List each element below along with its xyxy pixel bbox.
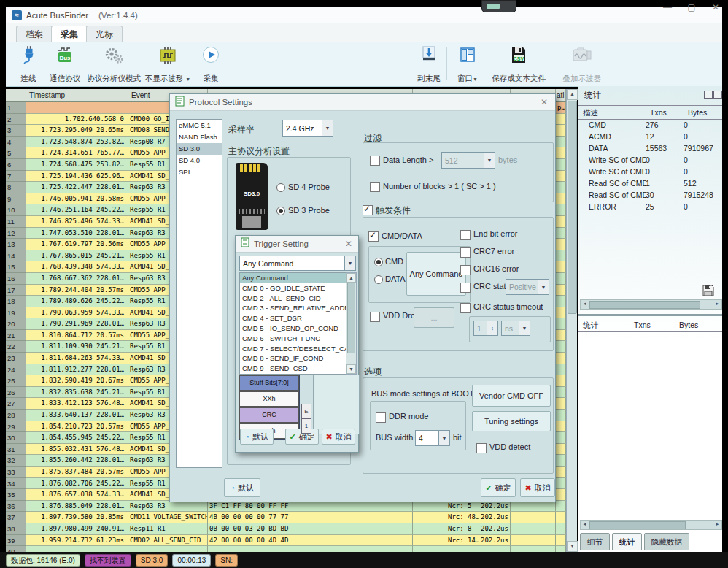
close-button[interactable]: ✕ [706,2,725,12]
scrollbar-thumb[interactable] [568,101,577,314]
protocol-cancel-button[interactable]: ✖ 取消 [520,478,555,497]
protocol-item-SD 3.0[interactable]: SD 3.0 [177,143,222,155]
panel-menu-icon[interactable] [713,91,722,99]
protocol-item-eMMC 5.1[interactable]: eMMC 5.1 [177,120,222,131]
trigger-cancel-button[interactable]: ✖ 取消 [322,429,355,445]
trigger-default-button[interactable]: ◔ 默认 [240,429,274,445]
byte-field[interactable]: CRC [239,407,299,423]
sd3-probe-radio[interactable] [276,207,285,215]
protocol-badge: SD 3.0 [136,554,169,567]
save-stats-icon[interactable] [702,285,714,299]
minimize-button[interactable]: — [658,2,677,12]
capture-button[interactable]: 采集 [195,45,226,85]
command-item[interactable]: CMD 2 - ALL_SEND_CID [240,293,346,304]
device-screen-icon [487,4,500,9]
command-item[interactable]: CMD 7 - SELECT/DESELECT_CARD [240,344,346,354]
crc-status-checkbox[interactable] [460,283,471,293]
table-row[interactable]: 381.897.980.499 240.91…Resp11 R10B 00 00… [6,523,566,535]
ddr-mode-checkbox[interactable] [376,412,386,423]
protocol-item-SPI[interactable]: SPI [177,166,222,178]
vdd-detect-checkbox[interactable] [476,443,487,453]
col-last-partial[interactable]: ati [556,89,566,101]
cmd-radio[interactable] [374,258,383,266]
byte-side-cell[interactable]: E [301,404,311,419]
gears-icon [104,46,124,68]
pin-panel-icon[interactable] [704,91,713,99]
panel-tab-细节[interactable]: 细节 [580,533,610,550]
tab-采集[interactable]: 采集 [51,26,88,43]
command-item[interactable]: Any Command [240,273,346,283]
protocol-item-NAND Flash[interactable]: NAND Flash [177,131,222,143]
tab-档案[interactable]: 档案 [16,26,53,43]
table-row[interactable]: 361.876.885.049 228.01…Resp63 R33F C1 FF… [6,501,566,513]
table-row[interactable]: 391.959.214.732 61.23msCMD02 ALL_SEND_CI… [6,535,566,547]
stats2-horizontal-scrollbar[interactable]: ◄ ► [580,520,722,530]
data-radio[interactable] [374,275,383,284]
sample-rate-select[interactable]: 2.4 GHz ▼ [282,120,333,137]
close-dialog-icon[interactable]: ✕ [342,238,355,250]
protocol-list[interactable]: eMMC 5.1NAND FlashSD 3.0SD 4.0SPI [176,119,222,468]
protocol-default-button[interactable]: ◔ 默认 [224,478,260,497]
analyzer-mode-button[interactable]: 协议分析仪模式 [85,45,143,85]
save-text-file-button[interactable]: CSV 保存成文本文件 [484,45,553,85]
command-combobox[interactable]: Any Command ▼ [239,256,356,271]
panel-tab-隐藏数据[interactable]: 隐藏数据 [644,533,689,550]
command-list[interactable]: Any CommandCMD 0 - GO_IDLE_STATECMD 2 - … [239,272,347,375]
dialog-title-bar[interactable]: Protocol Settings [170,94,555,111]
table-row[interactable]: 40 [6,546,566,552]
vdd-drop-checkbox[interactable] [370,312,380,322]
crc16-error-checkbox[interactable] [460,265,471,275]
command-item[interactable]: CMD 8 - SEND_IF_COND [240,353,346,364]
tuning-settings-button[interactable]: Tuning settings [472,411,551,431]
table-vertical-scrollbar[interactable]: ▲ ▼ [566,89,577,552]
dialog-title-bar[interactable]: Trigger Setting [236,236,358,253]
crc-timeout-checkbox[interactable] [460,303,471,313]
command-item[interactable]: CMD 9 - SEND_CSD [240,364,346,374]
maximize-button[interactable]: ▢ [682,2,701,12]
command-item[interactable]: CMD 6 - SWITCH_FUNC [240,334,346,344]
bus-protocol-button[interactable]: Bus 通信协议 [44,45,86,85]
scroll-left-icon[interactable]: ◄ [581,300,589,308]
protocol-ok-button[interactable]: ✔ 确定 [481,478,516,497]
command-item[interactable]: CMD 0 - GO_IDLE_STATE [240,283,346,293]
scroll-down-icon[interactable]: ▼ [567,541,578,552]
byte-side-cell[interactable]: 1 [301,418,311,434]
command-list-scrollbar[interactable]: ▲ ▼ [346,272,357,375]
data-length-checkbox[interactable] [370,156,380,166]
dropdown-arrow-icon[interactable]: ▼ [322,120,333,136]
byte-field[interactable]: Stuff Bits[7:0] [239,375,299,391]
tab-光标[interactable]: 光标 [86,26,123,43]
hide-waveform-button[interactable]: 不显示波形 ▼ [142,45,194,85]
scroll-left-icon[interactable]: ◄ [581,521,589,529]
cmd-data-checkbox[interactable] [368,231,379,242]
stats-horizontal-scrollbar[interactable]: ◄ ► [580,299,722,310]
bus-width-select[interactable]: 4 ▼ [415,430,450,446]
scroll-up-icon[interactable]: ▲ [346,273,356,283]
any-command-button[interactable]: Any Command [406,252,466,296]
dropdown-arrow-icon[interactable]: ▼ [344,256,355,270]
command-item[interactable]: CMD 4 - SET_DSR [240,313,346,323]
command-item[interactable]: CMD 3 - SEND_RELATIVE_ADDR [240,303,346,313]
col-timestamp[interactable]: Timestamp [26,89,128,101]
table-row[interactable]: 371.897.739.580 20.85msCMD11 VOLTAGE_SWI… [6,512,566,523]
window-layout-button[interactable]: 窗口▼ [451,45,484,85]
goto-end-button[interactable]: 到末尾 [411,45,446,85]
sd4-probe-radio[interactable] [276,183,285,192]
crc7-error-checkbox[interactable] [460,247,471,258]
scroll-right-icon[interactable]: ► [713,300,721,308]
scroll-up-icon[interactable]: ▲ [567,89,578,100]
command-item[interactable]: CMD 5 - IO_SEND_OP_COND [240,323,346,334]
dropdown-arrow-icon[interactable]: ▼ [438,431,449,445]
num-blocks-checkbox[interactable] [370,182,380,192]
panel-tab-统计[interactable]: 统计 [612,533,642,550]
connect-button[interactable]: 连线 [12,45,45,85]
end-bit-error-checkbox[interactable] [460,230,471,240]
panel-splitter[interactable] [578,314,722,316]
vendor-cmd-off-button[interactable]: Vendor CMD OFF [472,385,551,407]
protocol-item-SD 4.0[interactable]: SD 4.0 [177,155,222,166]
scroll-right-icon[interactable]: ► [713,521,721,529]
scroll-down-icon[interactable]: ▼ [346,364,356,374]
close-dialog-icon[interactable]: ✕ [538,96,551,108]
trigger-condition-checkbox[interactable] [363,205,373,215]
byte-field[interactable]: XXh [239,391,299,407]
